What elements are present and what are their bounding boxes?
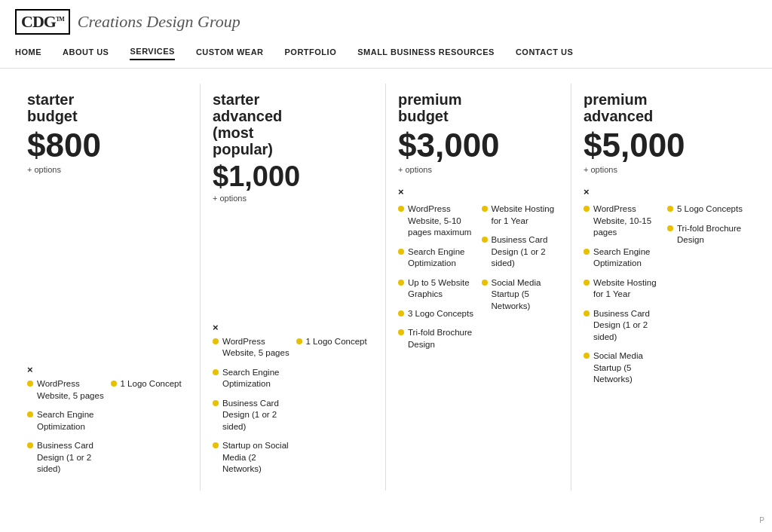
bullet-icon [584,353,590,359]
bullet-icon [213,442,219,448]
list-item: Website Hosting for 1 Year [584,277,661,301]
list-item: 5 Logo Concepts [667,203,745,216]
nav-small-business[interactable]: SMALL BUSINESS RESOURCES [357,47,495,60]
logo-area: CDGTM Creations Design Group [15,9,757,35]
nav-contact[interactable]: CONTACT US [516,47,573,60]
list-item: Website Hosting for 1 Year [482,203,559,227]
list-item: Search Engine Optimization [584,246,661,270]
bullet-icon [584,249,590,255]
feature-text: Business Card Design (1 or 2 sided) [222,398,290,433]
feature-text: WordPress Website, 10-15 pages [593,203,661,239]
list-item: WordPress Website, 5 pages [27,378,105,402]
list-item: Business Card Design (1 or 2 sided) [27,440,105,475]
feature-text: 5 Logo Concepts [677,203,743,216]
feature-text: 1 Logo Concept [121,378,182,390]
list-item: WordPress Website, 5-10 pages maximum [398,203,476,239]
feature-text: Search Engine Optimization [37,409,105,433]
options-link-premium[interactable]: + options [398,165,559,174]
options-link-starter-adv[interactable]: + options [213,194,373,203]
feature-text: Business Card Design (1 or 2 sided) [37,440,105,475]
feature-list-premium-adv: WordPress Website, 10-15 pages Search En… [584,203,745,393]
nav-custom-wear[interactable]: CUSTOM WEAR [196,47,264,60]
feature-text: 1 Logo Concept [306,336,367,348]
list-item: WordPress Website, 10-15 pages [584,203,661,239]
pricing-grid: starterbudget $800 + options × WordPress… [0,69,772,498]
feature-text: Business Card Design (1 or 2 sided) [492,234,559,270]
nav: HOME ABOUT US SERVICES CUSTOM WEAR PORTF… [15,42,757,62]
feature-text: Tri-fold Brochure Design [408,327,476,350]
bullet-icon [667,206,673,212]
feature-text: Up to 5 Website Graphics [408,277,476,301]
bullet-icon [296,338,302,344]
feature-text: WordPress Website, 5-10 pages maximum [408,203,476,239]
list-item: Social Media Startup (5 Networks) [482,277,559,313]
close-x-premium-adv: × [584,186,745,197]
list-item: Search Engine Optimization [398,246,476,270]
feature-text: Social Media Startup (5 Networks) [593,350,661,386]
list-item: Business Card Design (1 or 2 sided) [584,308,661,344]
bullet-icon [584,206,590,212]
feature-col-left-premium: WordPress Website, 5-10 pages maximum Se… [398,203,476,358]
bullet-icon [213,400,219,406]
nav-home[interactable]: HOME [15,47,41,60]
plan-premium-budget: premiumbudget $3,000 + options × WordPre… [386,84,571,491]
plan-price-starter-adv: $1,000 [213,162,373,191]
bullet-icon [482,237,488,243]
feature-text: Social Media Startup (5 Networks) [492,277,559,313]
list-item: Startup on Social Media (2 Networks) [213,440,290,475]
list-item: 3 Logo Concepts [398,308,476,320]
bullet-icon [398,329,404,335]
feature-col-right-premium: Website Hosting for 1 Year Business Card… [482,203,559,358]
nav-services[interactable]: SERVICES [130,47,174,60]
feature-col-left-premium-adv: WordPress Website, 10-15 pages Search En… [584,203,661,393]
feature-text: Tri-fold Brochure Design [677,223,745,246]
nav-about[interactable]: ABOUT US [63,47,109,60]
logo-tm: TM [56,16,64,23]
feature-text: WordPress Website, 5 pages [37,378,105,402]
feature-col-right-starter: 1 Logo Concept [111,378,188,483]
logo-script: Creations Design Group [78,12,240,32]
list-item: Tri-fold Brochure Design [667,223,745,246]
list-item: WordPress Website, 5 pages [213,336,290,359]
plan-price-premium: $3,000 [398,129,559,162]
bullet-icon [27,442,33,448]
plan-name-premium: premiumbudget [398,91,559,124]
bullet-icon [398,310,404,316]
plan-name-starter-adv: starteradvanced(mostpopular) [213,91,373,157]
list-item: Search Engine Optimization [27,409,105,433]
close-x-starter: × [27,364,188,375]
feature-col-right-premium-adv: 5 Logo Concepts Tri-fold Brochure Design [667,203,745,393]
feature-text: Business Card Design (1 or 2 sided) [593,308,661,344]
bullet-icon [398,206,404,212]
bullet-icon [584,310,590,316]
feature-text: Search Engine Optimization [408,246,476,270]
feature-text: WordPress Website, 5 pages [222,336,290,359]
nav-portfolio[interactable]: PORTFOLIO [285,47,337,60]
bullet-icon [27,381,33,387]
feature-list-starter: WordPress Website, 5 pages Search Engine… [27,378,188,483]
logo-text: CDG [21,12,56,31]
list-item: Up to 5 Website Graphics [398,277,476,301]
feature-list-premium: WordPress Website, 5-10 pages maximum Se… [398,203,559,358]
options-link-premium-adv[interactable]: + options [584,165,745,174]
bullet-icon [482,206,488,212]
bullet-icon [398,249,404,255]
bullet-icon [667,225,673,231]
plan-name-starter: starterbudget [27,91,188,124]
plan-premium-advanced: premiumadvanced $5,000 + options × WordP… [571,84,757,491]
plan-price-starter: $800 [27,129,188,162]
bullet-icon [213,338,219,344]
bullet-icon [584,280,590,286]
bullet-icon [398,280,404,286]
feature-col-right-starter-adv: 1 Logo Concept [296,336,374,483]
bullet-icon [213,369,219,375]
feature-text: Website Hosting for 1 Year [593,277,661,301]
header: CDGTM Creations Design Group HOME ABOUT … [0,0,772,69]
list-item: 1 Logo Concept [111,378,188,390]
list-item: Social Media Startup (5 Networks) [584,350,661,386]
list-item: 1 Logo Concept [296,336,374,348]
options-link-starter[interactable]: + options [27,165,188,174]
bullet-icon [111,381,117,387]
feature-text: Website Hosting for 1 Year [492,203,559,227]
close-x-premium: × [398,186,559,197]
